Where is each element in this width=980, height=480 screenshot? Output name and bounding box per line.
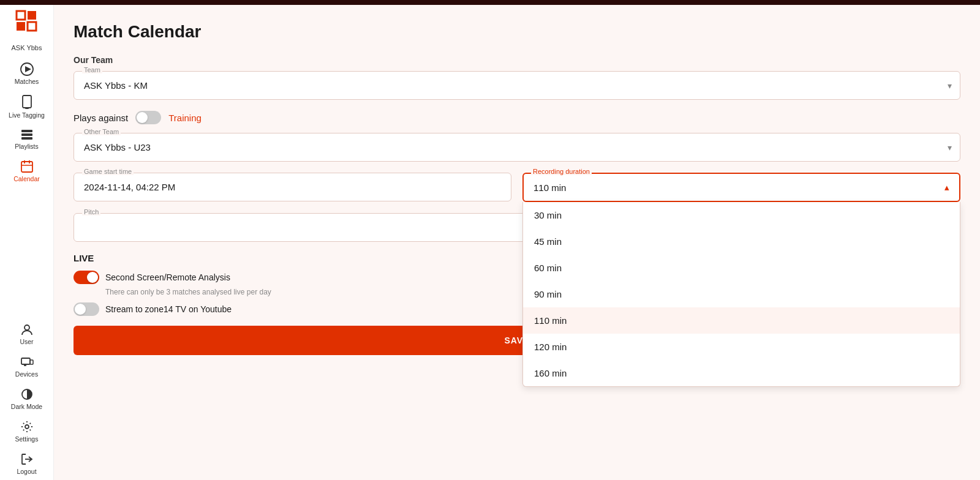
second-screen-toggle[interactable] [74, 271, 99, 284]
game-start-time-label: Game start time [82, 168, 134, 175]
team-select-wrapper[interactable]: ASK Ybbs - KM ▾ [74, 71, 960, 100]
game-start-time-input[interactable] [74, 173, 511, 201]
team-field-group: Team ASK Ybbs - KM ▾ [74, 71, 960, 100]
dark-mode-icon [20, 388, 34, 401]
toggle-knob [137, 112, 148, 123]
recording-duration-select[interactable]: 110 min ▴ [522, 173, 960, 202]
logout-icon [20, 452, 34, 466]
option-30min[interactable]: 30 min [523, 202, 960, 228]
option-160min[interactable]: 160 min [523, 360, 960, 386]
other-team-select[interactable]: ASK Ybbs - U23 [74, 133, 960, 162]
team-select[interactable]: ASK Ybbs - KM [74, 71, 960, 100]
sidebar-item-matches[interactable]: Matches [0, 56, 53, 89]
sidebar-user-label: ASK Ybbs [12, 44, 42, 51]
live-tagging-icon [21, 95, 33, 110]
svg-rect-8 [21, 130, 32, 132]
page-title: Match Calendar [74, 22, 960, 42]
svg-point-19 [25, 425, 29, 429]
stream-label: Stream to zone14 TV on Youtube [105, 304, 232, 314]
svg-rect-16 [21, 358, 30, 364]
plays-against-row: Plays against Training [74, 111, 960, 124]
svg-rect-7 [25, 108, 29, 109]
svg-rect-9 [21, 133, 32, 136]
sidebar-item-logout[interactable]: Logout [0, 446, 53, 479]
svg-rect-11 [21, 162, 32, 172]
game-start-time-field: Game start time [74, 173, 511, 202]
sidebar-item-settings[interactable]: Settings [0, 414, 53, 446]
stream-toggle[interactable] [74, 302, 99, 316]
option-90min[interactable]: 90 min [523, 281, 960, 307]
svg-point-15 [24, 325, 29, 330]
option-60min[interactable]: 60 min [523, 255, 960, 281]
top-bar [0, 0, 980, 5]
second-screen-label: Second Screen/Remote Analysis [105, 272, 230, 282]
option-120min[interactable]: 120 min [523, 334, 960, 360]
sidebar: ASK Ybbs Matches Live Tagging Playl [0, 5, 54, 480]
recording-duration-value: 110 min [533, 182, 566, 193]
svg-rect-3 [28, 22, 36, 31]
second-screen-toggle-knob [87, 272, 98, 283]
calendar-icon [20, 160, 34, 173]
main-content: Match Calendar Our Team Team ASK Ybbs - … [54, 5, 980, 480]
plays-against-label: Plays against [74, 113, 128, 123]
sidebar-item-playlists[interactable]: Playlists [0, 122, 53, 154]
app-logo[interactable] [14, 9, 40, 34]
sidebar-item-user[interactable]: User [0, 317, 53, 349]
svg-rect-10 [21, 137, 32, 140]
sidebar-item-devices[interactable]: Devices [0, 349, 53, 381]
plays-against-toggle[interactable] [135, 111, 161, 124]
recording-duration-field: Recording duration 110 min ▴ 30 min 45 m… [522, 173, 960, 202]
stream-toggle-knob [75, 304, 86, 315]
svg-rect-6 [23, 96, 31, 108]
sidebar-item-live-tagging[interactable]: Live Tagging [0, 89, 53, 122]
recording-dropdown: 30 min 45 min 60 min 90 min 110 min 120 … [522, 202, 960, 387]
team-field-label: Team [82, 66, 102, 73]
svg-rect-1 [28, 11, 36, 20]
training-label: Training [168, 113, 202, 123]
option-45min[interactable]: 45 min [523, 228, 960, 255]
recording-duration-label: Recording duration [531, 168, 592, 175]
time-duration-row: Game start time Recording duration 110 m… [74, 173, 960, 202]
other-team-field-label: Other Team [82, 128, 121, 135]
svg-rect-17 [30, 360, 33, 364]
playlists-icon [20, 129, 34, 141]
sidebar-item-calendar[interactable]: Calendar [0, 154, 53, 186]
sidebar-bottom: User Devices Dark Mode [0, 317, 53, 479]
other-team-field-group: Other Team ASK Ybbs - U23 ▾ [74, 133, 960, 162]
gear-icon [20, 420, 34, 433]
svg-rect-2 [17, 22, 25, 31]
pitch-field-label: Pitch [82, 208, 100, 216]
option-110min[interactable]: 110 min [523, 307, 960, 334]
user-icon [20, 323, 34, 336]
other-team-select-wrapper[interactable]: ASK Ybbs - U23 ▾ [74, 133, 960, 162]
recording-duration-arrow: ▴ [944, 182, 949, 193]
svg-marker-5 [25, 66, 31, 72]
sidebar-item-dark-mode[interactable]: Dark Mode [0, 381, 53, 414]
svg-rect-0 [17, 11, 25, 20]
our-team-label: Our Team [74, 55, 960, 65]
matches-icon [20, 62, 34, 76]
devices-icon [20, 355, 34, 369]
